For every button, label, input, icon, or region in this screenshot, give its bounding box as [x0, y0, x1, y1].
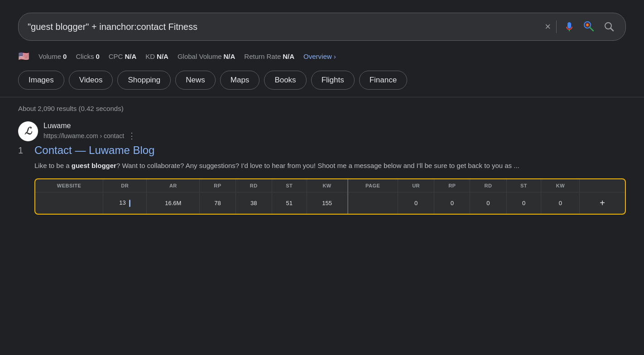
cell-dr: 13 — [103, 192, 147, 214]
overview-link[interactable]: Overview › — [303, 53, 336, 60]
filter-pill-news[interactable]: News — [175, 71, 216, 90]
result-number: 1 — [18, 145, 28, 156]
cell-ur: 0 — [398, 192, 434, 214]
cell-rd-page: 0 — [470, 192, 506, 214]
site-favicon: ℒ — [18, 121, 38, 141]
global-volume-metric: Global Volume N/A — [178, 53, 235, 60]
table-row: 13 16.6M 78 38 51 155 0 0 0 0 0 — [35, 192, 625, 214]
country-flag: 🇺🇸 — [18, 51, 29, 62]
filter-pill-videos[interactable]: Videos — [69, 71, 113, 90]
cell-page — [348, 192, 398, 214]
col-header-rp-site: RP — [200, 179, 235, 192]
result-snippet: Like to be a guest blogger? Want to coll… — [34, 160, 626, 171]
snippet-keyword: guest blogger — [72, 162, 116, 169]
search-divider — [556, 20, 557, 33]
cpc-label: CPC — [109, 53, 123, 60]
return-rate-label: Return Rate — [244, 53, 281, 60]
col-header-st-page: ST — [506, 179, 541, 192]
data-table: WEBSITE DR AR RP RD ST KW PAGE UR RP RD … — [35, 179, 625, 214]
cell-rd-site: 38 — [235, 192, 272, 214]
cell-rp-site: 78 — [200, 192, 235, 214]
clicks-label: Clicks — [76, 53, 94, 60]
col-header-st-site: ST — [272, 179, 307, 192]
search-submit-icon[interactable] — [602, 19, 616, 34]
site-info: ℒ Luwame https://luwame.com › contact ⋮ — [18, 121, 626, 141]
col-header-add — [580, 179, 625, 192]
col-header-website: WEBSITE — [35, 179, 103, 192]
col-header-ar: AR — [147, 179, 200, 192]
col-header-rd-page: RD — [470, 179, 506, 192]
cell-add[interactable]: + — [580, 192, 625, 214]
filter-pill-maps[interactable]: Maps — [220, 71, 260, 90]
divider — [0, 97, 644, 97]
col-header-rd-site: RD — [235, 179, 272, 192]
col-header-page: PAGE — [348, 179, 398, 192]
svg-line-5 — [611, 29, 614, 31]
search-bar[interactable]: "guest blogger" + inanchor:contact Fitne… — [18, 13, 626, 41]
filter-pill-books[interactable]: Books — [264, 71, 306, 90]
snippet-text-after: ? Want to collaborate? Any suggestions? … — [116, 162, 519, 169]
clicks-metric: Clicks 0 — [76, 53, 99, 60]
cpc-value: N/A — [125, 53, 136, 60]
col-header-kw-site: KW — [307, 179, 347, 192]
filter-pill-flights[interactable]: Flights — [311, 71, 355, 90]
cell-kw-page: 0 — [541, 192, 580, 214]
site-name-url: Luwame https://luwame.com › contact ⋮ — [43, 122, 136, 141]
volume-metric: Volume 0 — [38, 53, 67, 60]
kd-metric: KD N/A — [145, 53, 168, 60]
kd-label: KD — [145, 53, 155, 60]
cell-ar: 16.6M — [147, 192, 200, 214]
results-count: About 2,090 results (0.42 seconds) — [18, 105, 626, 112]
site-menu-icon[interactable]: ⋮ — [128, 131, 136, 141]
result-title[interactable]: Contact — Luwame Blog — [34, 144, 154, 157]
add-button[interactable]: + — [596, 196, 609, 210]
lens-icon[interactable] — [582, 19, 596, 34]
col-header-ur: UR — [398, 179, 434, 192]
snippet-text-before: Like to be a — [34, 162, 72, 169]
col-header-rp-page: RP — [434, 179, 470, 192]
cell-website — [35, 192, 103, 214]
filter-pills: ImagesVideosShoppingNewsMapsBooksFlights… — [0, 67, 644, 97]
search-input[interactable]: "guest blogger" + inanchor:contact Fitne… — [28, 22, 539, 32]
dr-bar — [129, 200, 130, 207]
volume-value: 0 — [63, 53, 67, 60]
cell-kw-site: 155 — [307, 192, 347, 214]
col-header-kw-page: KW — [541, 179, 580, 192]
result-number-title: 1 Contact — Luwame Blog — [18, 144, 626, 157]
results-area: About 2,090 results (0.42 seconds) ℒ Luw… — [0, 105, 644, 215]
result-card: ℒ Luwame https://luwame.com › contact ⋮ … — [18, 121, 626, 215]
filter-pill-images[interactable]: Images — [18, 71, 64, 90]
site-url: https://luwame.com › contact — [43, 132, 124, 139]
site-url-row: https://luwame.com › contact ⋮ — [43, 131, 136, 141]
global-volume-label: Global Volume — [178, 53, 222, 60]
microphone-icon[interactable] — [562, 19, 577, 34]
return-rate-value: N/A — [283, 53, 294, 60]
cell-st-page: 0 — [506, 192, 541, 214]
filter-pill-shopping[interactable]: Shopping — [117, 71, 171, 90]
svg-line-2 — [590, 27, 593, 31]
svg-point-3 — [586, 24, 588, 26]
return-rate-metric: Return Rate N/A — [244, 53, 294, 60]
global-volume-value: N/A — [224, 53, 235, 60]
site-name: Luwame — [43, 122, 136, 130]
kd-value: N/A — [157, 53, 168, 60]
search-bar-container: "guest blogger" + inanchor:contact Fitne… — [0, 0, 644, 48]
cell-rp-page: 0 — [434, 192, 470, 214]
col-header-dr: DR — [103, 179, 147, 192]
volume-label: Volume — [38, 53, 61, 60]
filter-pill-finance[interactable]: Finance — [359, 71, 407, 90]
cpc-metric: CPC N/A — [109, 53, 137, 60]
metrics-row: 🇺🇸 Volume 0 Clicks 0 CPC N/A KD N/A Glob… — [0, 48, 644, 67]
clicks-value: 0 — [96, 53, 99, 60]
data-table-container: WEBSITE DR AR RP RD ST KW PAGE UR RP RD … — [34, 178, 626, 215]
cell-st-site: 51 — [272, 192, 307, 214]
clear-search-icon[interactable]: × — [545, 21, 551, 33]
